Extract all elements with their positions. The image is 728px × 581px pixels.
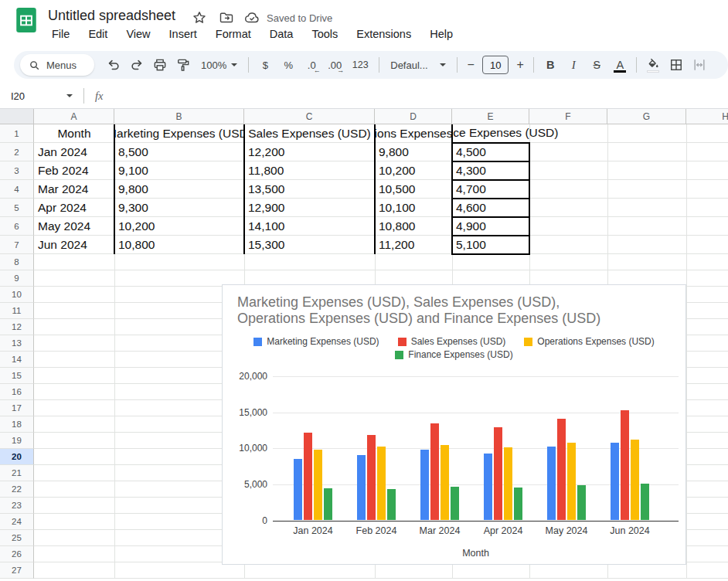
cell-B6[interactable]: 10,200	[114, 217, 244, 236]
row-header-9[interactable]: 9	[0, 270, 34, 287]
row-header-21[interactable]: 21	[0, 465, 34, 481]
cell-B7[interactable]: 10,800	[114, 236, 244, 254]
decrease-font-size-button[interactable]: −	[462, 54, 479, 76]
menu-data[interactable]: Data	[266, 26, 298, 42]
cell-A2[interactable]: Jan 2024	[34, 143, 114, 161]
more-formats-button[interactable]: 123	[346, 54, 374, 76]
cell-C6[interactable]: 14,100	[244, 217, 375, 236]
row-header-22[interactable]: 22	[0, 481, 34, 498]
sheets-logo-icon[interactable]	[15, 7, 37, 33]
chart-bar[interactable]	[567, 443, 576, 521]
chart-bar[interactable]	[420, 450, 429, 520]
cell-C2[interactable]: 12,200	[244, 143, 375, 161]
chart-bar[interactable]	[324, 488, 332, 521]
cell-C3[interactable]: 11,800	[244, 161, 375, 180]
row-header-6[interactable]: 6	[0, 217, 34, 236]
redo-button[interactable]	[125, 54, 148, 76]
bold-button[interactable]: B	[539, 54, 562, 76]
legend-item[interactable]: Marketing Expenses (USD)	[253, 336, 379, 347]
cell-E7[interactable]: 5,100	[452, 236, 529, 254]
row-header-25[interactable]: 25	[0, 530, 34, 546]
cell-C4[interactable]: 13,500	[244, 180, 375, 199]
cell-B5[interactable]: 9,300	[114, 199, 244, 217]
row-header-1[interactable]: 1	[0, 124, 34, 143]
cell-C7[interactable]: 15,300	[244, 236, 375, 254]
legend-item[interactable]: Finance Expenses (USD)	[395, 349, 512, 360]
row-header-24[interactable]: 24	[0, 514, 34, 530]
chart-bar[interactable]	[387, 489, 396, 520]
column-header-H[interactable]: H	[686, 109, 728, 124]
chart-bar[interactable]	[294, 459, 302, 520]
chart-bar[interactable]	[451, 487, 459, 521]
cell-A5[interactable]: Apr 2024	[34, 199, 114, 217]
increase-font-size-button[interactable]: +	[512, 54, 529, 76]
increase-decimal-button[interactable]: .00→	[323, 54, 346, 76]
legend-item[interactable]: Operations Expenses (USD)	[524, 336, 654, 347]
cell-A6[interactable]: May 2024	[34, 217, 114, 236]
move-folder-icon[interactable]	[219, 10, 234, 25]
cell-E1[interactable]: Finance Expenses (USD)	[452, 124, 529, 143]
menu-view[interactable]: View	[122, 26, 154, 42]
cell-D3[interactable]: 10,200	[375, 161, 452, 180]
menu-edit[interactable]: Edit	[84, 26, 111, 42]
cell-D7[interactable]: 11,200	[375, 236, 452, 254]
font-size-input[interactable]: 10	[482, 56, 509, 74]
format-currency-button[interactable]: $	[253, 54, 277, 76]
cell-D5[interactable]: 10,100	[375, 199, 452, 217]
menus-search-button[interactable]: Menus	[20, 54, 94, 76]
chart-bar[interactable]	[441, 445, 449, 521]
name-box[interactable]: I20	[0, 90, 66, 102]
menu-extensions[interactable]: Extensions	[352, 26, 415, 42]
menu-tools[interactable]: Tools	[308, 26, 342, 42]
cell-D4[interactable]: 10,500	[375, 180, 452, 199]
row-header-13[interactable]: 13	[0, 335, 34, 352]
chart-bar[interactable]	[314, 450, 322, 520]
chart-bar[interactable]	[611, 443, 619, 521]
cell-C1[interactable]: Sales Expenses (USD)	[244, 124, 375, 143]
menu-file[interactable]: File	[48, 26, 73, 42]
cell-B1[interactable]: Marketing Expenses (USD)	[114, 124, 244, 143]
fill-color-button[interactable]	[641, 54, 665, 76]
chart-bar[interactable]	[430, 423, 439, 521]
row-header-12[interactable]: 12	[0, 319, 34, 335]
row-header-10[interactable]: 10	[0, 287, 34, 303]
row-header-20[interactable]: 20	[0, 449, 34, 465]
chart-bar[interactable]	[641, 484, 649, 521]
chart-bar[interactable]	[547, 447, 556, 520]
cell-B2[interactable]: 8,500	[114, 143, 244, 161]
document-title[interactable]: Untitled spreadsheet	[48, 8, 175, 24]
cell-A7[interactable]: Jun 2024	[34, 236, 114, 254]
chart-bar[interactable]	[631, 440, 639, 520]
chart-bar[interactable]	[484, 454, 492, 521]
print-button[interactable]	[148, 54, 172, 76]
format-percent-button[interactable]: %	[277, 54, 300, 76]
chevron-down-icon[interactable]	[66, 94, 73, 97]
row-header-8[interactable]: 8	[0, 254, 34, 270]
column-header-D[interactable]: D	[375, 109, 452, 124]
cell-D1[interactable]: Operations Expenses (USD)	[375, 124, 452, 143]
chart-bar[interactable]	[357, 455, 366, 521]
cell-A1[interactable]: Month	[34, 124, 114, 143]
decrease-decimal-button[interactable]: .0←	[300, 54, 323, 76]
cell-A3[interactable]: Feb 2024	[34, 161, 114, 180]
paint-format-button[interactable]	[172, 54, 195, 76]
undo-button[interactable]	[102, 54, 125, 76]
cell-E6[interactable]: 4,900	[452, 217, 529, 236]
row-header-2[interactable]: 2	[0, 143, 34, 161]
text-color-button[interactable]: A	[608, 54, 631, 76]
legend-item[interactable]: Sales Expenses (USD)	[398, 336, 506, 347]
cell-C5[interactable]: 12,900	[244, 199, 375, 217]
font-dropdown[interactable]: Defaul...	[384, 59, 452, 71]
row-header-5[interactable]: 5	[0, 199, 34, 217]
chart-bar[interactable]	[621, 410, 629, 521]
row-header-4[interactable]: 4	[0, 180, 34, 199]
column-header-C[interactable]: C	[244, 109, 375, 124]
star-icon[interactable]	[192, 10, 207, 25]
cell-E5[interactable]: 4,600	[452, 199, 529, 217]
column-header-E[interactable]: E	[452, 109, 529, 124]
row-header-7[interactable]: 7	[0, 236, 34, 254]
column-header-G[interactable]: G	[607, 109, 686, 124]
embedded-chart[interactable]: Marketing Expenses (USD), Sales Expenses…	[222, 284, 686, 565]
column-header-A[interactable]: A	[34, 109, 114, 124]
column-header-F[interactable]: F	[529, 109, 607, 124]
